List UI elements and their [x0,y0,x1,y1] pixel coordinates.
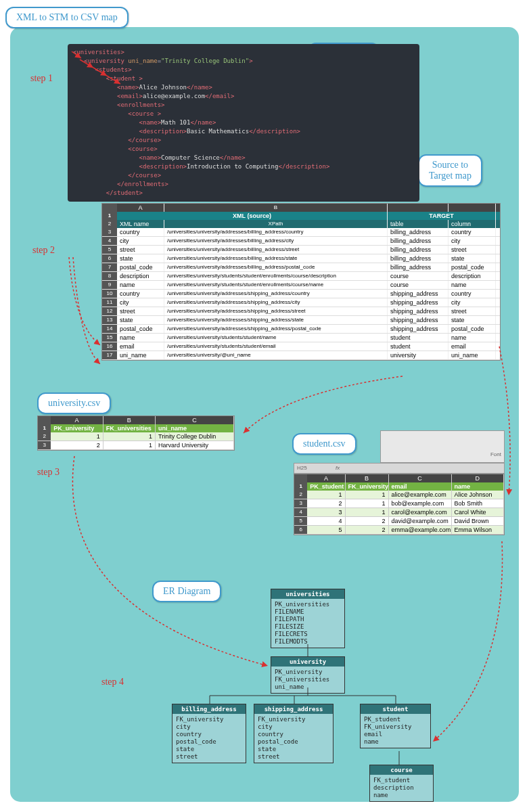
student-csv-label: student.csv [292,433,356,455]
university-csv-table: A B C 1 PK_university FK_universities un… [37,415,235,451]
title-label: XML to STM to CSV map [5,7,129,28]
xml-code-block: <universities> <university uni_name="Tri… [68,44,419,202]
pk-univ-header: PK_university [51,424,103,432]
email-header: email [389,482,452,491]
table-row: 321bob@example.comBob Smith [294,499,504,508]
mapping-table: A B 1 XML (source) TARGET 2 XML name XPa… [101,203,501,361]
table-row: 17uni_name/universities/university/@uni_… [102,351,500,360]
table-row: 321Harvard University [38,441,234,450]
table-row: 652emma@example.comEmma Wilson [294,526,504,535]
table-row: 7postal_code/universities/university/add… [102,263,500,272]
table-row: 16email/universities/university/students… [102,342,500,351]
table-row: 15name/universities/university/students/… [102,334,500,342]
excel-toolbar: Font [380,430,505,463]
formula-bar: H25 fx [294,463,505,474]
er-diagram-label: ER Diagram [152,581,221,602]
er-course: course FK_studentdescriptionname [369,765,434,802]
er-shipping: shipping_address FK_universitycitycountr… [254,704,334,763]
student-csv-table: A B C D 1 PK_student FK_university email… [294,474,505,535]
name-header: name [452,482,505,491]
col-letter: B [164,204,388,212]
subhead-xpath: XPath [164,220,388,228]
subhead-column: column [448,220,496,228]
table-row: 4city/universities/university/addresses/… [102,237,500,246]
table-row: 13state/universities/university/addresse… [102,316,500,325]
step-2-label: step 2 [32,245,55,256]
source-target-label: Source to Target map [418,154,482,187]
step-4-label: step 4 [101,677,124,687]
table-row: 12street/universities/university/address… [102,307,500,316]
table-row: 431carol@example.comCarol White [294,508,504,517]
header-target: TARGET [388,212,496,220]
table-row: 6state/universities/university/addresses… [102,254,500,263]
table-row: 542david@example.comDavid Brown [294,517,504,526]
fk-header: FK_universities [104,424,156,432]
er-student: student PK_studentFK_universityemailname [360,704,431,748]
table-row: 211alice@example.comAlice Johnson [294,491,504,499]
table-row: 5street/universities/university/addresse… [102,246,500,254]
subhead-table: table [388,220,448,228]
er-universities: universities PK_universitiesFILENAMEFILE… [271,589,345,648]
uniname-header: uni_name [156,424,234,432]
pk-stud-header: PK_student [307,482,345,491]
er-billing: billing_address FK_universitycitycountry… [172,704,246,763]
university-csv-label: university.csv [37,392,111,414]
table-row: 9name/universities/university/students/s… [102,281,500,290]
header-source: XML (source) [117,212,388,220]
table-row: 11city/universities/university/addresses… [102,298,500,307]
cell-reference: H25 [297,465,307,471]
er-university: university PK_universityFK_universitiesu… [271,656,345,694]
subhead-name: XML name [117,220,164,228]
table-row: 3country/universities/university/address… [102,228,500,237]
fk-univ-header: FK_university [346,482,389,491]
table-row: 211Trinity College Dublin [38,432,234,441]
table-row: 14postal_code/universities/university/ad… [102,325,500,334]
step-1-label: step 1 [30,73,53,84]
col-letter: A [117,204,164,212]
step-3-label: step 3 [37,467,60,478]
table-row: 10country/universities/university/addres… [102,290,500,298]
table-row: 8description/universities/university/stu… [102,272,500,281]
